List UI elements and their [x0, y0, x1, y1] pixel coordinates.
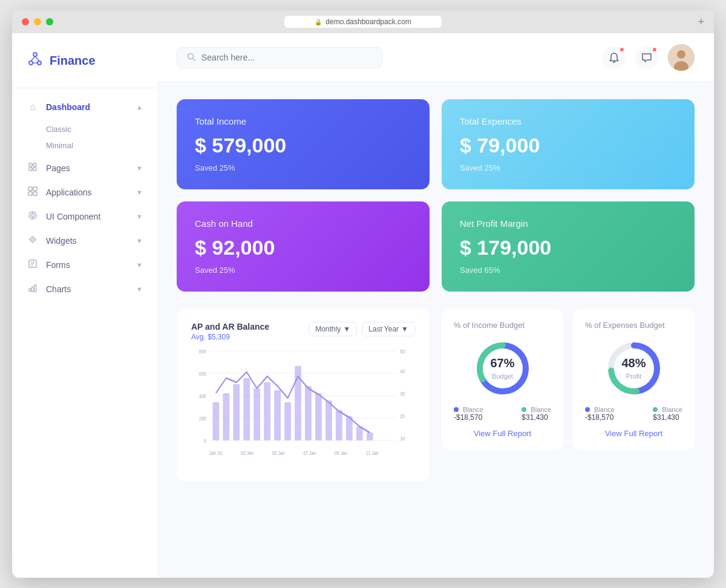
pages-icon — [27, 162, 39, 174]
svg-line-3 — [31, 56, 35, 61]
income-budget-view-report[interactable]: View Full Report — [454, 429, 551, 438]
search-input[interactable] — [201, 53, 372, 62]
svg-rect-50 — [253, 388, 260, 440]
sidebar-item-charts[interactable]: Charts ▼ — [12, 277, 157, 301]
sidebar-item-pages[interactable]: Pages ▼ — [12, 156, 157, 180]
monthly-filter-button[interactable]: Monthly ▼ — [309, 322, 357, 336]
messages-button[interactable] — [635, 46, 658, 69]
chevron-down-icon: ▼ — [136, 213, 143, 220]
net-profit-card: Net Profit Margin $ 179,000 Saved 65% — [442, 201, 695, 292]
browser-bar: 🔒 demo.dashboardpack.com + — [12, 10, 714, 33]
sidebar: Finance ⌂ Dashboard ▲ Classic Minimal — [12, 33, 157, 578]
svg-rect-46 — [212, 402, 219, 440]
svg-rect-13 — [33, 192, 37, 195]
sidebar-item-dashboard[interactable]: ⌂ Dashboard ▲ — [12, 96, 157, 119]
chevron-down-icon: ▼ — [136, 286, 143, 293]
expenses-budget-view-report[interactable]: View Full Report — [585, 429, 682, 438]
legend-val-4: $31,430 — [653, 413, 682, 422]
svg-text:800: 800 — [199, 348, 206, 354]
svg-text:30: 30 — [400, 391, 405, 397]
bottom-section: AP and AR Balance Avg. $5,309 Monthly ▼ … — [177, 309, 695, 482]
widgets-icon — [27, 235, 39, 247]
donut-row: % of Income Budget — [442, 309, 695, 450]
svg-line-4 — [35, 56, 39, 61]
sidebar-item-label: Applications — [46, 188, 136, 197]
lastyear-filter-button[interactable]: Last Year ▼ — [362, 322, 415, 336]
message-badge — [652, 47, 657, 52]
logo-icon — [27, 50, 44, 71]
svg-rect-52 — [274, 390, 281, 440]
income-budget-donut: 67% Budget — [454, 338, 551, 399]
header-actions — [603, 44, 695, 71]
svg-text:09 Jan: 09 Jan — [335, 450, 347, 456]
sidebar-item-ui-component[interactable]: UI Component ▼ — [12, 204, 157, 229]
search-box[interactable] — [177, 47, 382, 68]
chart-title-group: AP and AR Balance Avg. $5,309 — [191, 322, 269, 341]
legend-item-4: Blance $31,430 — [653, 406, 682, 422]
chart-header: AP and AR Balance Avg. $5,309 Monthly ▼ … — [191, 322, 415, 341]
donut-center-text: 67% Budget — [490, 356, 514, 381]
logo-area: Finance — [12, 33, 157, 88]
net-profit-title: Net Profit Margin — [460, 218, 676, 229]
sidebar-subitem-minimal[interactable]: Minimal — [46, 137, 157, 154]
url-bar[interactable]: 🔒 demo.dashboardpack.com — [284, 16, 442, 28]
dashboard-body: Total Income $ 579,000 Saved 25% Total E… — [157, 82, 714, 498]
legend-item-3: Blance -$18,570 — [585, 406, 615, 422]
cash-on-hand-title: Cash on Hand — [195, 218, 411, 229]
donut-center-text-2: 48% Profit — [621, 356, 646, 381]
svg-rect-48 — [233, 384, 240, 440]
chart-title: AP and AR Balance — [191, 322, 269, 332]
new-tab-button[interactable]: + — [698, 16, 704, 27]
svg-text:05 Jan: 05 Jan — [272, 450, 285, 456]
total-income-card: Total Income $ 579,000 Saved 25% — [177, 99, 430, 189]
sidebar-item-forms[interactable]: Forms ▼ — [12, 253, 157, 277]
close-dot[interactable] — [22, 18, 29, 25]
donut-svg-wrapper: 67% Budget — [473, 338, 533, 399]
net-profit-value: $ 179,000 — [460, 236, 676, 260]
svg-point-2 — [38, 61, 41, 65]
chevron-down-icon: ▼ — [136, 261, 143, 269]
notifications-button[interactable] — [603, 46, 626, 69]
expenses-budget-label: Profit — [626, 373, 642, 380]
total-income-title: Total Income — [195, 116, 411, 126]
income-budget-label: Budget — [492, 373, 513, 380]
svg-point-1 — [29, 61, 33, 65]
bar-line-chart: 800 600 400 200 0 50 40 30 20 10 — [191, 345, 415, 468]
ap-ar-chart-card: AP and AR Balance Avg. $5,309 Monthly ▼ … — [177, 309, 430, 482]
income-budget-title: % of Income Budget — [454, 321, 551, 330]
sidebar-item-applications[interactable]: Applications ▼ — [12, 180, 157, 204]
sidebar-subitem-classic[interactable]: Classic — [46, 121, 157, 137]
expenses-budget-donut: 48% Profit — [585, 338, 682, 399]
chevron-down-icon: ▼ — [136, 165, 143, 172]
forms-icon — [27, 259, 39, 271]
income-budget-legend: Blance -$18,570 Blance — [454, 406, 551, 422]
main-content: Total Income $ 579,000 Saved 25% Total E… — [157, 33, 714, 578]
maximize-dot[interactable] — [46, 18, 53, 25]
svg-rect-25 — [34, 285, 36, 292]
sidebar-item-label: Pages — [46, 163, 136, 173]
svg-rect-55 — [305, 386, 312, 440]
minimize-dot[interactable] — [34, 18, 41, 25]
net-profit-sub: Saved 65% — [460, 266, 676, 275]
chevron-up-icon: ▲ — [136, 103, 143, 111]
lock-icon: 🔒 — [315, 19, 322, 25]
svg-point-18 — [32, 239, 34, 241]
ui-component-icon — [27, 211, 39, 223]
svg-text:600: 600 — [199, 371, 206, 377]
url-text: demo.dashboardpack.com — [325, 18, 411, 26]
svg-rect-58 — [336, 410, 342, 440]
total-expenses-sub: Saved 25% — [460, 163, 676, 172]
svg-rect-10 — [28, 187, 32, 191]
svg-rect-24 — [32, 287, 34, 292]
sidebar-item-widgets[interactable]: Widgets ▼ — [12, 229, 157, 253]
legend-val-3: -$18,570 — [585, 413, 615, 422]
avatar[interactable] — [668, 44, 695, 71]
svg-text:10: 10 — [400, 436, 405, 442]
header — [157, 33, 714, 82]
total-expenses-card: Total Expences $ 79,000 Saved 25% — [442, 99, 695, 189]
svg-rect-61 — [367, 433, 373, 440]
total-expenses-value: $ 79,000 — [460, 134, 676, 157]
expenses-budget-percentage: 48% — [621, 356, 646, 370]
home-icon: ⌂ — [27, 102, 39, 113]
svg-line-27 — [193, 58, 195, 60]
